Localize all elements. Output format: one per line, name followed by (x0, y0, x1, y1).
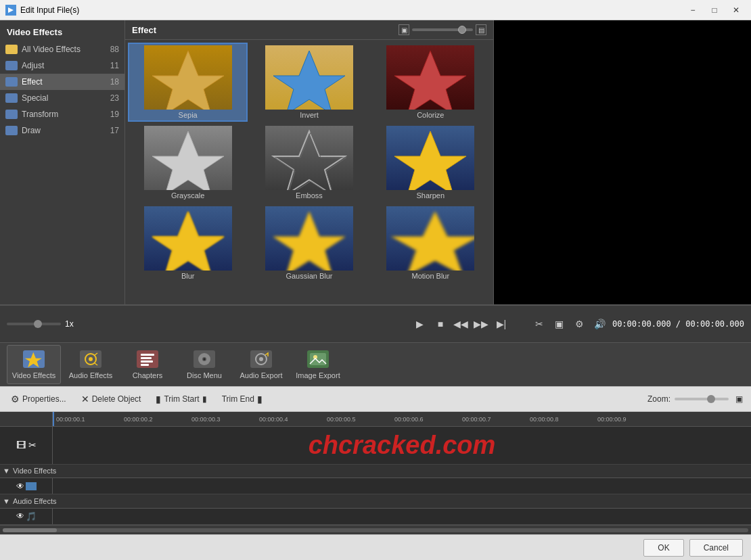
folder-icon (5, 93, 18, 103)
effects-grid-container[interactable]: Sepia (125, 40, 493, 304)
collapse-icon[interactable]: ▼ (3, 497, 10, 505)
prev-button[interactable]: ◀◀ (453, 316, 469, 332)
audio-effects-track-header: ▼ Audio Effects (0, 494, 751, 508)
zoom-slider[interactable] (675, 398, 729, 400)
cancel-button[interactable]: Cancel (689, 539, 743, 557)
trim-start-icon2: ▮ (202, 394, 207, 404)
effect-item-invert[interactable]: Invert (249, 43, 369, 122)
zoom-area: Zoom: ▣ (647, 393, 746, 405)
tab-label: Chapters (133, 371, 163, 379)
tab-label: Disc Menu (187, 371, 222, 379)
player-speed-slider[interactable] (7, 323, 61, 325)
chapters-icon (137, 350, 158, 369)
grid-view-button[interactable]: ▣ (399, 24, 409, 35)
collapse-icon[interactable]: ▼ (3, 467, 10, 475)
tick-1: 00:00:00.1 (56, 416, 85, 423)
image-export-icon (307, 350, 329, 369)
effect-label: Blur (181, 272, 195, 280)
effect-label: Motion Blur (412, 272, 450, 280)
tab-image-export[interactable]: Image Export (291, 345, 345, 384)
tab-audio-export[interactable]: Audio Export (234, 345, 288, 384)
sidebar-item-draw[interactable]: Draw 17 (0, 122, 124, 139)
effect-item-motion-blur[interactable]: Motion Blur (371, 204, 491, 283)
main-container: Video Effects All Video Effects 88 Adjus… (0, 20, 751, 560)
tab-video-effects[interactable]: Video Effects (7, 345, 61, 384)
sidebar-item-all[interactable]: All Video Effects 88 (0, 41, 124, 57)
window-title: Edit Input File(s) (20, 5, 683, 15)
tick-6: 00:00:00.6 (394, 416, 424, 423)
folder-icon (5, 77, 18, 87)
effect-item-blur[interactable]: Blur (128, 204, 248, 283)
effect-label: Gaussian Blur (286, 272, 332, 280)
video-effects-track-header: ▼ Video Effects (0, 465, 751, 478)
effect-item-sepia[interactable]: Sepia (128, 43, 248, 122)
effect-label: Emboss (296, 191, 323, 200)
horizontal-scrollbar[interactable] (0, 525, 751, 534)
folder-icon (5, 110, 18, 119)
sidebar-item-transform[interactable]: Transform 19 (0, 106, 124, 122)
size-slider[interactable] (412, 28, 473, 31)
preview-screen (494, 20, 751, 304)
close-button[interactable]: ✕ (727, 3, 746, 18)
effect-item-gaussian-blur[interactable]: Gaussian Blur (249, 204, 369, 283)
tick-4: 00:00:00.4 (259, 416, 288, 423)
bottom-bar: OK Cancel (0, 534, 751, 560)
gear-icon: ⚙ (11, 394, 20, 404)
effect-item-sharpen[interactable]: Sharpen (371, 123, 491, 202)
player-controls: 1x ▶ ■ ◀◀ ▶▶ ▶| ✂ ▣ ⚙ 🔊 00:00:00.000 / 0… (0, 305, 751, 342)
sidebar-item-label: Transform (22, 110, 58, 119)
svg-point-37 (204, 358, 206, 360)
minimize-button[interactable]: − (683, 3, 702, 18)
tab-disc-menu[interactable]: Disc Menu (177, 345, 231, 384)
sidebar-item-special[interactable]: Special 23 (0, 90, 124, 106)
sidebar-item-adjust[interactable]: Adjust 11 (0, 57, 124, 74)
delete-button[interactable]: ✕ Delete Object (76, 392, 147, 406)
svg-rect-33 (141, 364, 149, 366)
audio-effects-label: Audio Effects (13, 497, 57, 505)
trim-start-button[interactable]: ▮ Trim Start ▮ (150, 392, 212, 406)
title-bar: Edit Input File(s) − □ ✕ (0, 0, 751, 20)
zoom-label: Zoom: (647, 394, 670, 404)
list-view-button[interactable]: ▤ (476, 24, 486, 35)
effect-label: Sharpen (417, 191, 445, 200)
step-forward-button[interactable]: ▶| (493, 316, 509, 332)
tab-audio-effects[interactable]: Audio Effects (64, 345, 118, 384)
ok-button[interactable]: OK (643, 539, 683, 557)
effect-item-colorize[interactable]: Colorize (371, 43, 491, 122)
effects-grid: Sepia (128, 43, 491, 283)
folder-icon (5, 126, 18, 135)
eye-icon[interactable]: 👁 (16, 482, 24, 491)
effect-item-emboss[interactable]: Emboss (249, 123, 369, 202)
volume-button[interactable]: 🔊 (592, 316, 608, 332)
settings-button[interactable]: ⚙ (572, 316, 588, 332)
trim-end-button[interactable]: Trim End ▮ (217, 392, 268, 406)
ruler-ticks: 00:00:00.1 00:00:00.2 00:00:00.3 00:00:0… (53, 412, 751, 426)
properties-button[interactable]: ⚙ Properties... (5, 392, 72, 406)
play-button[interactable]: ▶ (412, 316, 428, 332)
effect-label: Grayscale (171, 191, 205, 200)
tab-chapters[interactable]: Chapters (120, 345, 175, 384)
zoom-fit-button[interactable]: ▣ (733, 393, 746, 405)
tick-8: 00:00:00.8 (530, 416, 559, 423)
snapshot-button[interactable]: ▣ (551, 316, 568, 332)
sidebar-item-label: Special (22, 93, 48, 103)
sidebar-item-label: Adjust (22, 61, 44, 70)
trim-end-icon: ▮ (257, 394, 263, 404)
top-section: Video Effects All Video Effects 88 Adjus… (0, 20, 751, 304)
eye-icon[interactable]: 👁 (16, 511, 24, 521)
svg-rect-31 (141, 357, 152, 359)
video-track-icon (26, 482, 37, 490)
tick-7: 00:00:00.7 (462, 416, 491, 423)
scissors-icon: ✂ (28, 440, 37, 450)
timeline-tracks: 🎞 ✂ chcracked.com ▼ Video Effects 👁 (0, 427, 751, 525)
timeline-ruler: 00:00:00.1 00:00:00.2 00:00:00.3 00:00:0… (0, 412, 751, 427)
stop-button[interactable]: ■ (432, 316, 449, 332)
sidebar-item-count: 23 (110, 93, 119, 103)
next-button[interactable]: ▶▶ (473, 316, 489, 332)
effect-item-grayscale[interactable]: Grayscale (128, 123, 248, 202)
window-controls: − □ ✕ (683, 3, 746, 18)
audio-track-icon: 🎵 (26, 511, 37, 521)
cut-button[interactable]: ✂ (531, 316, 547, 332)
sidebar-item-effect[interactable]: Effect 18 (0, 74, 124, 90)
maximize-button[interactable]: □ (705, 3, 724, 18)
